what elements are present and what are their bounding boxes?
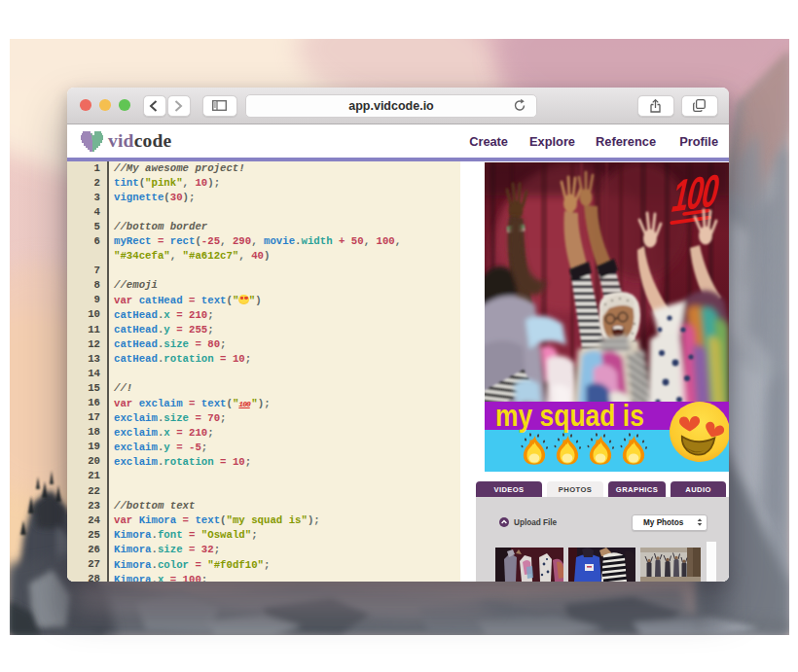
- svg-text:my squad is: my squad is: [495, 398, 644, 432]
